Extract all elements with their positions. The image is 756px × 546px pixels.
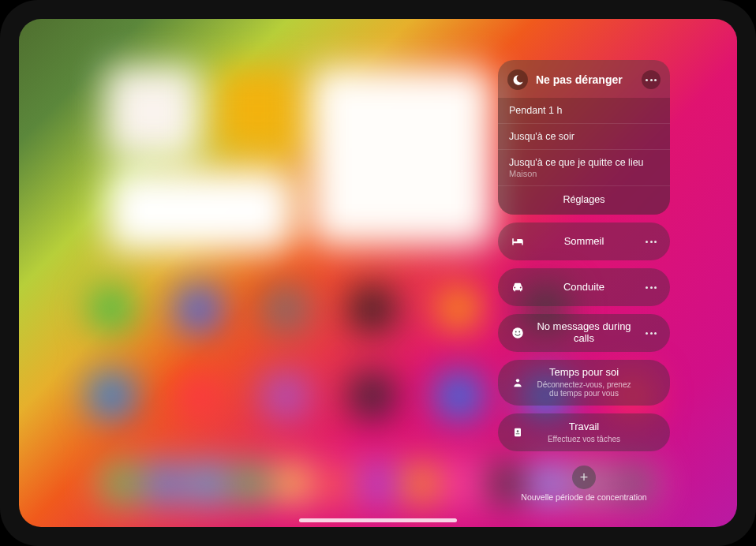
- focus-mode-person[interactable]: Temps pour soiDéconnectez-vous, prenez d…: [498, 360, 670, 406]
- ellipsis-icon: [646, 241, 657, 243]
- app-icon: [406, 465, 436, 503]
- app-icon: [264, 287, 307, 331]
- option-label: Jusqu'à ce que je quitte ce lieu: [509, 157, 644, 168]
- svg-rect-6: [516, 433, 520, 434]
- person-icon: [509, 376, 526, 389]
- mode-text: Temps pour soiDéconnectez-vous, prenez d…: [534, 367, 634, 398]
- mode-text: No messages during calls: [534, 321, 634, 345]
- widget-calendar: [311, 68, 492, 245]
- mode-title: Travail: [534, 421, 634, 433]
- dnd-options: Pendant 1 h Jusqu'à ce soir Jusqu'à ce q…: [498, 98, 670, 185]
- app-icon: [350, 374, 394, 417]
- widget-notes: [216, 68, 299, 151]
- dnd-title: Ne pas déranger: [536, 73, 634, 86]
- ellipsis-icon: [646, 332, 657, 335]
- svg-point-0: [512, 327, 523, 338]
- mode-subtitle: Effectuez vos tâches: [534, 435, 634, 444]
- smile-icon: [509, 326, 526, 340]
- plus-icon: +: [572, 466, 596, 489]
- app-row-1: [90, 287, 567, 331]
- focus-panel: Ne pas déranger Pendant 1 h Jusqu'à ce s…: [498, 60, 670, 502]
- app-icon: [149, 465, 180, 503]
- widget-reminders: [107, 171, 293, 250]
- dnd-settings-button[interactable]: Réglages: [498, 185, 670, 215]
- mode-subtitle: Déconnectez-vous, prenez du temps pour v…: [534, 380, 634, 398]
- app-icon: [362, 465, 393, 503]
- app-icon: [437, 374, 481, 417]
- focus-mode-car[interactable]: Conduite: [498, 268, 670, 306]
- app-icon: [448, 465, 479, 503]
- svg-point-3: [516, 379, 519, 382]
- focus-mode-bed[interactable]: Sommeil: [498, 223, 670, 260]
- svg-point-2: [518, 331, 520, 333]
- dnd-option-leave-location[interactable]: Jusqu'à ce que je quitte ce lieu Maison: [498, 149, 670, 185]
- mode-text: TravailEffectuez vos tâches: [534, 421, 634, 443]
- option-label: Pendant 1 h: [509, 105, 562, 116]
- dnd-card: Ne pas déranger Pendant 1 h Jusqu'à ce s…: [498, 60, 670, 215]
- new-focus-button[interactable]: + Nouvelle période de concentration: [498, 466, 670, 502]
- app-icon: [234, 465, 265, 503]
- dnd-option-evening[interactable]: Jusqu'à ce soir: [498, 123, 670, 149]
- app-icon: [264, 374, 307, 417]
- mode-title: No messages during calls: [534, 321, 634, 345]
- focus-modes-list: SommeilConduiteNo messages during callsT…: [498, 223, 670, 451]
- mode-title: Temps pour soi: [534, 367, 634, 379]
- mode-more-button[interactable]: [642, 232, 661, 251]
- option-label: Jusqu'à ce soir: [509, 131, 574, 142]
- app-icon: [90, 374, 133, 417]
- app-icon: [350, 287, 394, 331]
- ellipsis-icon: [646, 286, 657, 289]
- app-icon: [320, 465, 350, 503]
- new-focus-label: Nouvelle période de concentration: [498, 492, 670, 502]
- badge-icon: [509, 426, 526, 439]
- app-icon: [177, 374, 220, 417]
- moon-icon: [507, 69, 528, 90]
- car-icon: [509, 280, 526, 294]
- widget-clock: [106, 66, 200, 157]
- svg-point-5: [517, 430, 519, 432]
- focus-mode-badge[interactable]: TravailEffectuez vos tâches: [498, 413, 670, 451]
- screen: Ne pas déranger Pendant 1 h Jusqu'à ce s…: [19, 19, 737, 527]
- mode-more-button[interactable]: [642, 323, 661, 342]
- app-icon: [177, 287, 220, 331]
- dnd-more-button[interactable]: [642, 70, 661, 89]
- settings-label: Réglages: [563, 194, 605, 205]
- mode-text: Sommeil: [534, 236, 634, 248]
- mode-title: Conduite: [534, 282, 634, 294]
- app-icon: [437, 287, 481, 331]
- app-icon: [107, 465, 137, 503]
- option-sublabel: Maison: [509, 169, 659, 178]
- app-icon: [277, 465, 308, 503]
- dnd-header[interactable]: Ne pas déranger: [498, 60, 670, 98]
- bed-icon: [509, 234, 526, 249]
- app-icon: [90, 287, 133, 331]
- device-frame: Ne pas déranger Pendant 1 h Jusqu'à ce s…: [0, 0, 756, 546]
- svg-point-1: [515, 331, 517, 333]
- app-icon: [192, 465, 223, 503]
- mode-more-button[interactable]: [642, 278, 661, 297]
- focus-mode-smile[interactable]: No messages during calls: [498, 314, 670, 352]
- home-indicator[interactable]: [299, 518, 457, 522]
- ellipsis-icon: [646, 79, 657, 81]
- mode-text: Conduite: [534, 282, 634, 294]
- dnd-option-1h[interactable]: Pendant 1 h: [498, 98, 670, 123]
- mode-title: Sommeil: [534, 236, 634, 248]
